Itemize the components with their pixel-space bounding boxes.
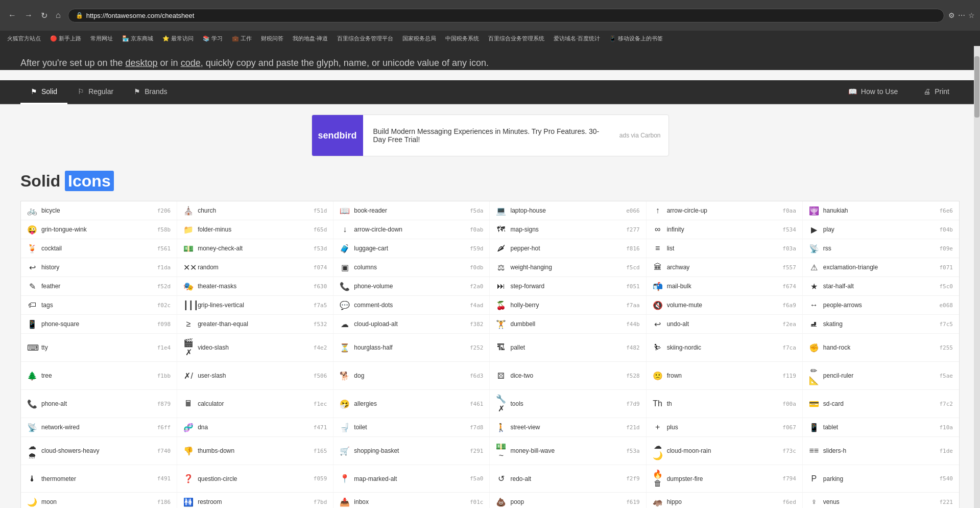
tab-regular[interactable]: ⚐ Regular [67,80,124,104]
ad-via[interactable]: ads via Carbon [619,132,668,139]
bookmark-item[interactable]: 我的地盘·禅道 [290,34,331,43]
refresh-button[interactable]: ↻ [38,9,51,22]
icon-cell[interactable]: 💵money-check-altf53d [177,239,333,258]
icon-cell[interactable]: ⚖weight-hangingf5cd [490,258,646,276]
icon-cell[interactable]: ↔people-arrowse068 [803,296,959,314]
icon-cell[interactable]: 🎬✗video-slashf4e2 [177,334,333,361]
scrollbar[interactable] [974,46,980,508]
icon-cell[interactable]: 🚶street-viewf21d [490,418,646,436]
tab-solid[interactable]: ⚑ Solid [20,80,67,104]
icon-cell[interactable]: ▶playf04b [803,220,959,239]
desktop-link[interactable]: desktop [126,58,158,68]
icon-cell[interactable]: 🏛archwayf557 [647,258,803,276]
icon-cell[interactable]: 🚻restroomf7bd [177,493,333,508]
icon-cell[interactable]: 📬mail-bulkf674 [647,277,803,295]
icon-cell[interactable]: ✏📐pencil-rulerf5ae [803,362,959,389]
bookmark-item[interactable]: 💼 工作 [229,34,255,43]
icon-cell[interactable]: ♀venusf221 [803,493,959,508]
icon-cell[interactable]: 🔥🗑dumpster-firef794 [647,465,803,492]
icon-cell[interactable]: 📞phone-volumef2a0 [333,277,490,295]
back-button[interactable]: ← [5,9,19,22]
icon-cell[interactable]: ✗/user-slashf506 [177,362,333,389]
forward-button[interactable]: → [21,9,36,22]
icon-cell[interactable]: 🍹cocktailf561 [21,239,177,258]
icon-cell[interactable]: ✊hand-rockf255 [803,334,959,361]
icon-cell[interactable]: ☁🌧cloud-showers-heavyf740 [21,437,177,465]
icon-cell[interactable]: ≡≡sliders-hf1de [803,437,959,465]
bookmark-item[interactable]: ⭐ 最常访问 [159,34,197,43]
home-button[interactable]: ⌂ [53,9,64,22]
icon-cell[interactable]: 🦛hippof6ed [647,493,803,508]
bookmark-item[interactable]: 中国税务系统 [442,34,482,43]
bookmark-item[interactable]: 🏪 京东商城 [119,34,156,43]
icon-cell[interactable]: 🧬dnaf471 [177,418,333,436]
bookmark-item[interactable]: 国家税务总局 [399,34,439,43]
address-bar[interactable]: 🔒 https://fontawesome.com/cheatsheet [68,9,944,22]
icon-cell[interactable]: 📱phone-squaref098 [21,315,177,333]
icon-cell[interactable]: ⏭step-forwardf051 [490,277,646,295]
icon-cell[interactable]: ❓question-circlef059 [177,465,333,492]
bookmark-icon[interactable]: ☆ [968,11,975,19]
icon-cell[interactable]: 🕎hanukiahf6e6 [803,201,959,220]
icon-cell[interactable]: ⛷skiing-nordicf7ca [647,334,803,361]
icon-cell[interactable]: ↺redo-altf2f9 [490,465,646,492]
icon-cell[interactable]: 🏋dumbbellf44b [490,315,646,333]
icon-cell[interactable]: 🖩calculatorf1ec [177,390,333,418]
icon-cell[interactable]: 🌙moonf186 [21,493,177,508]
code-link[interactable]: code [181,58,201,68]
icon-cell[interactable]: ∞infinityf534 [647,220,803,239]
icon-cell[interactable]: 💩poopf619 [490,493,646,508]
icon-cell[interactable]: 💵~money-bill-wavef53a [490,437,646,465]
icon-cell[interactable]: 🍒holly-berryf7aa [490,296,646,314]
bookmark-item[interactable]: 爱访域名·百度统计 [551,34,603,43]
icon-cell[interactable]: Ththf00a [647,390,803,418]
ad-logo[interactable]: sendbird [312,115,363,156]
icon-cell[interactable]: 📍map-marked-altf5a0 [333,465,490,492]
tab-brands[interactable]: ⚑ Brands [124,80,177,104]
icon-cell[interactable]: ✕✕randomf074 [177,258,333,276]
icon-cell[interactable]: 💳sd-cardf7c2 [803,390,959,418]
icon-cell[interactable]: ⛪churchf51d [177,201,333,220]
bookmark-item[interactable]: 百里综合业务管理系统 [485,34,547,43]
icon-cell[interactable]: 📡network-wiredf6ff [21,418,177,436]
icon-cell[interactable]: ▣columnsf0db [333,258,490,276]
icon-cell[interactable]: ⌨ttyf1e4 [21,334,177,361]
icon-cell[interactable]: ⛸skatingf7c5 [803,315,959,333]
icon-cell[interactable]: Pparkingf540 [803,465,959,492]
icon-cell[interactable]: 🌡thermometerf491 [21,465,177,492]
icon-cell[interactable]: ✎featherf52d [21,277,177,295]
icon-cell[interactable]: 💬comment-dotsf4ad [333,296,490,314]
menu-icon[interactable]: ⋯ [958,11,965,19]
icon-cell[interactable]: 🔇volume-mutef6a9 [647,296,803,314]
icon-cell[interactable]: ☁🌙cloud-moon-rainf73c [647,437,803,465]
bookmark-item[interactable]: 百里综合业务管理平台 [334,34,396,43]
extensions-icon[interactable]: ⚙ [948,11,955,19]
icon-cell[interactable]: 📁folder-minusf65d [177,220,333,239]
icon-cell[interactable]: 🧳luggage-cartf59d [333,239,490,258]
icon-cell[interactable]: ┃┃┃grip-lines-verticalf7a5 [177,296,333,314]
icon-cell[interactable]: 🐕dogf6d3 [333,362,490,389]
icon-cell[interactable]: 🗺map-signsf277 [490,220,646,239]
icon-cell[interactable]: 📖book-readerf5da [333,201,490,220]
icon-cell[interactable]: ☁cloud-upload-altf382 [333,315,490,333]
scrollbar-thumb[interactable] [974,56,979,118]
bookmark-item[interactable]: 火狐官方站点 [4,34,44,43]
icon-cell[interactable]: 🎭theater-masksf630 [177,277,333,295]
icon-cell[interactable]: ⏳hourglass-halff252 [333,334,490,361]
icon-cell[interactable]: 🛒shopping-basketf291 [333,437,490,465]
icon-cell[interactable]: 📡rssf09e [803,239,959,258]
icon-cell[interactable]: ↩historyf1da [21,258,177,276]
icon-cell[interactable]: ⚠exclamation-trianglef071 [803,258,959,276]
icon-cell[interactable]: 📱tabletf10a [803,418,959,436]
icon-cell[interactable]: ↓arrow-circle-downf0ab [333,220,490,239]
tab-how-to-use[interactable]: 📖 How to Use [838,80,908,104]
icon-cell[interactable]: ⚄dice-twof528 [490,362,646,389]
icon-cell[interactable]: 🚽toiletf7d8 [333,418,490,436]
icon-cell[interactable]: 💻laptop-housee066 [490,201,646,220]
icon-cell[interactable]: ★star-half-altf5c0 [803,277,959,295]
icon-cell[interactable]: ↩undo-altf2ea [647,315,803,333]
bookmark-item[interactable]: 🔴 新手上路 [47,34,84,43]
icon-cell[interactable]: 🏗palletf482 [490,334,646,361]
icon-cell[interactable]: 👎thumbs-downf165 [177,437,333,465]
bookmark-item[interactable]: 财税问答 [258,34,286,43]
